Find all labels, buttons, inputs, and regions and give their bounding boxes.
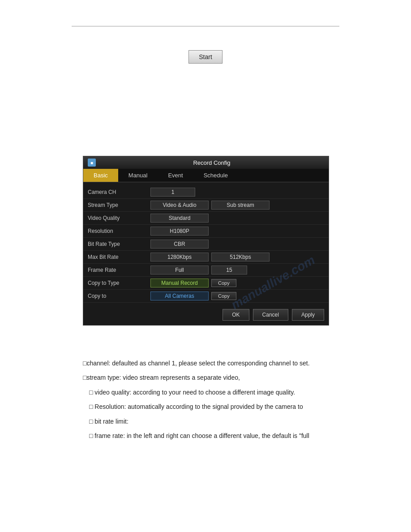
- val-max-bit-rate: 1280Kbps 512Kbps: [150, 253, 324, 262]
- screenshot-wrap: ■ Record Config Basic Manual Event Sched…: [83, 156, 329, 326]
- tab-bar: Basic Manual Event Schedule: [83, 169, 329, 182]
- tab-manual[interactable]: Manual: [118, 169, 158, 182]
- row-stream-type: Stream Type Video & Audio Sub stream: [83, 199, 329, 212]
- val-stream-type: Video & Audio Sub stream: [150, 201, 324, 210]
- copy-to-button[interactable]: Copy: [211, 292, 236, 300]
- val-resolution-main[interactable]: H1080P: [150, 227, 209, 236]
- label-max-bit-rate: Max Bit Rate: [88, 254, 150, 260]
- row-max-bit-rate: Max Bit Rate 1280Kbps 512Kbps: [83, 251, 329, 264]
- label-bit-rate-type: Bit Rate Type: [88, 241, 150, 247]
- label-resolution: Resolution: [88, 228, 150, 234]
- label-copy-to: Copy to: [88, 293, 150, 299]
- row-camera-ch: Camera CH 1: [83, 186, 329, 199]
- start-button-wrap: Start: [0, 50, 411, 64]
- text-block-4: □ bit rate limit:: [89, 416, 353, 426]
- label-frame-rate: Frame Rate: [88, 267, 150, 273]
- label-copy-to-type: Copy to Type: [88, 280, 150, 286]
- val-copy-to-type: Manual Record Copy: [150, 279, 324, 287]
- text-block-2: □ video quality: according to your need …: [89, 387, 353, 397]
- text-block-1: □stream type: video stream represents a …: [83, 373, 353, 382]
- val-frame-rate-sub[interactable]: 15: [211, 266, 247, 275]
- val-bit-rate-type: CBR: [150, 240, 324, 249]
- val-resolution: H1080P: [150, 227, 324, 236]
- label-camera-ch: Camera CH: [88, 189, 150, 195]
- start-button[interactable]: Start: [188, 50, 223, 64]
- val-copy-to: All Cameras Copy: [150, 292, 324, 300]
- val-copy-to-type-main[interactable]: Manual Record: [150, 279, 209, 287]
- record-config-dialog: ■ Record Config Basic Manual Event Sched…: [83, 156, 329, 326]
- row-frame-rate: Frame Rate Full 15: [83, 264, 329, 277]
- text-block-3: □ Resolution: automatically according to…: [89, 402, 353, 412]
- val-max-bit-rate-main[interactable]: 1280Kbps: [150, 253, 209, 262]
- val-camera-ch-main[interactable]: 1: [150, 188, 195, 197]
- val-bit-rate-type-main[interactable]: CBR: [150, 240, 209, 249]
- val-frame-rate-main[interactable]: Full: [150, 266, 209, 275]
- val-stream-type-main[interactable]: Video & Audio: [150, 201, 209, 210]
- val-video-quality-main[interactable]: Standard: [150, 214, 209, 223]
- val-camera-ch: 1: [150, 188, 324, 197]
- dialog-content: Camera CH 1 Stream Type Video & Audio Su…: [83, 182, 329, 303]
- val-max-bit-rate-sub[interactable]: 512Kbps: [211, 253, 270, 262]
- row-resolution: Resolution H1080P: [83, 225, 329, 238]
- row-video-quality: Video Quality Standard: [83, 212, 329, 225]
- tab-schedule[interactable]: Schedule: [193, 169, 238, 182]
- dialog-title: Record Config: [99, 159, 324, 166]
- val-frame-rate: Full 15: [150, 266, 324, 275]
- dialog-icon: ■: [88, 159, 96, 167]
- top-divider: [72, 26, 339, 26]
- val-stream-type-sub[interactable]: Sub stream: [211, 201, 270, 210]
- tab-event[interactable]: Event: [158, 169, 193, 182]
- copy-type-button[interactable]: Copy: [211, 279, 236, 287]
- row-copy-to: Copy to All Cameras Copy: [83, 290, 329, 303]
- cancel-button[interactable]: Cancel: [253, 309, 288, 321]
- dialog-titlebar: ■ Record Config: [83, 156, 329, 169]
- row-copy-to-type: Copy to Type Manual Record Copy: [83, 277, 329, 290]
- dialog-buttons: OK Cancel Apply: [83, 303, 329, 325]
- val-copy-to-main[interactable]: All Cameras: [150, 292, 209, 300]
- label-video-quality: Video Quality: [88, 215, 150, 221]
- text-content: □channel: defaulted as channel 1, please…: [83, 358, 353, 445]
- apply-button[interactable]: Apply: [292, 309, 324, 321]
- val-video-quality: Standard: [150, 214, 324, 223]
- tab-basic[interactable]: Basic: [83, 169, 118, 182]
- text-block-0: □channel: defaulted as channel 1, please…: [83, 358, 353, 368]
- ok-button[interactable]: OK: [223, 309, 249, 321]
- row-bit-rate-type: Bit Rate Type CBR: [83, 238, 329, 251]
- label-stream-type: Stream Type: [88, 202, 150, 208]
- text-block-5: □ frame rate: in the left and right can …: [89, 431, 353, 441]
